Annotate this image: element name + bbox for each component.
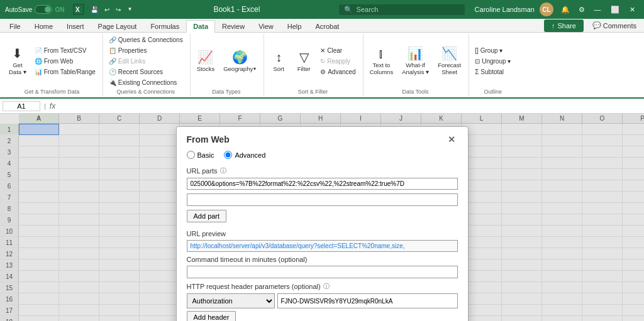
tab-formulas[interactable]: Formulas bbox=[143, 20, 186, 32]
filter-icon: ▽ bbox=[299, 51, 309, 63]
url-part2-input[interactable] bbox=[187, 193, 458, 206]
tab-help[interactable]: Help bbox=[280, 20, 309, 32]
save-button[interactable]: 💾 bbox=[88, 5, 101, 14]
url-parts-info-icon[interactable]: ⓘ bbox=[220, 166, 226, 175]
http-header-info-icon[interactable]: ⓘ bbox=[323, 282, 330, 291]
comments-button[interactable]: 💬 Comments bbox=[587, 19, 641, 32]
reapply-button[interactable]: ↻ Reapply bbox=[317, 57, 358, 66]
filter-button[interactable]: ▽ Filter bbox=[292, 44, 316, 79]
geography-button[interactable]: 🌍 Geography ▾ bbox=[219, 44, 260, 79]
name-box[interactable] bbox=[3, 101, 40, 111]
group-button[interactable]: [] Group ▾ bbox=[472, 46, 514, 55]
what-if-icon: 📊 bbox=[408, 47, 423, 60]
url-preview-input[interactable] bbox=[187, 240, 458, 252]
basic-radio[interactable] bbox=[187, 151, 195, 159]
subtotal-button[interactable]: Σ Subtotal bbox=[472, 67, 514, 77]
clear-label: Clear bbox=[327, 47, 342, 54]
text-to-columns-button[interactable]: ⫿ Text toColumns bbox=[366, 44, 397, 79]
undo-button[interactable]: ↩ bbox=[102, 5, 112, 14]
add-header-button[interactable]: Add header bbox=[187, 311, 236, 321]
tab-insert[interactable]: Insert bbox=[60, 20, 91, 32]
data-types-group-label: Data Types bbox=[193, 87, 260, 95]
dialog-title: From Web bbox=[187, 134, 230, 144]
recent-sources-button[interactable]: 🕐 Recent Sources bbox=[106, 67, 186, 77]
queries-connections-button[interactable]: 🔗 Queries & Connections bbox=[106, 35, 186, 45]
edit-links-button[interactable]: 🔗 Edit Links bbox=[106, 57, 186, 66]
from-web-dialog: From Web ✕ Basic Advanced bbox=[176, 126, 469, 321]
dialog-titlebar: From Web ✕ bbox=[177, 127, 468, 151]
stocks-label: Stocks bbox=[197, 65, 215, 72]
notifications-icon[interactable]: 🔔 bbox=[561, 6, 570, 14]
tab-view[interactable]: View bbox=[252, 20, 280, 32]
url-parts-text: URL parts bbox=[187, 167, 218, 175]
group-label: Group ▾ bbox=[480, 47, 503, 54]
get-data-icon: ⬇ bbox=[12, 47, 23, 60]
tab-home[interactable]: Home bbox=[28, 20, 60, 32]
add-header-label: Add header bbox=[194, 313, 230, 321]
customize-qat-button[interactable]: ▼ bbox=[125, 5, 135, 14]
from-web-button[interactable]: 🌐 From Web bbox=[31, 57, 99, 66]
sort-button[interactable]: ↕ Sort bbox=[267, 44, 291, 79]
get-data-button[interactable]: ⬇ GetData ▾ bbox=[5, 44, 30, 79]
timeout-input[interactable] bbox=[187, 266, 458, 278]
advanced-icon: ⚙ bbox=[320, 68, 326, 75]
ungroup-label: Ungroup ▾ bbox=[482, 58, 511, 65]
autosave-pill[interactable] bbox=[35, 5, 52, 14]
minimize-button[interactable]: — bbox=[591, 3, 604, 16]
tab-file[interactable]: File bbox=[3, 20, 28, 32]
queries-label: Queries & Connections bbox=[118, 36, 183, 43]
ungroup-button[interactable]: ⊡ Ungroup ▾ bbox=[472, 57, 514, 66]
search-container[interactable]: 🔍 bbox=[339, 4, 465, 15]
dialog-close-button[interactable]: ✕ bbox=[445, 133, 458, 146]
advanced-radio-option[interactable]: Advanced bbox=[224, 151, 265, 159]
add-part-button[interactable]: Add part bbox=[187, 210, 227, 222]
group-icon: [] bbox=[475, 47, 479, 54]
redo-button[interactable]: ↪ bbox=[113, 5, 123, 14]
maximize-button[interactable]: ⬜ bbox=[609, 3, 621, 16]
header-select[interactable]: Authorization Content-Type Accept Custom bbox=[187, 293, 275, 308]
formula-divider: | bbox=[44, 102, 46, 110]
geography-label-row: Geography ▾ bbox=[223, 65, 256, 72]
properties-button[interactable]: 📋 Properties bbox=[106, 46, 186, 55]
fx-button[interactable]: fx bbox=[50, 102, 55, 111]
text-columns-label: Text toColumns bbox=[370, 62, 394, 75]
from-text-csv-button[interactable]: 📄 From Text/CSV bbox=[31, 46, 99, 55]
basic-radio-option[interactable]: Basic bbox=[187, 151, 214, 159]
data-tools-label: Data Tools bbox=[366, 87, 465, 95]
existing-connections-button[interactable]: 🔌 Existing Connections bbox=[106, 78, 186, 87]
subtotal-label: Subtotal bbox=[480, 68, 504, 75]
app-window: AutoSave ON X 💾 ↩ ↪ ▼ Book1 - Excel bbox=[0, 0, 644, 321]
formula-input[interactable] bbox=[58, 102, 641, 110]
from-web-label: From Web bbox=[44, 58, 74, 65]
tab-data[interactable]: Data bbox=[186, 20, 215, 33]
tab-review[interactable]: Review bbox=[215, 20, 252, 32]
existing-label: Existing Connections bbox=[118, 79, 177, 86]
reapply-label: Reapply bbox=[327, 58, 350, 65]
what-if-button[interactable]: 📊 What-IfAnalysis ▾ bbox=[398, 44, 433, 79]
url-preview-text: URL preview bbox=[187, 230, 226, 237]
outline-label: Outline bbox=[472, 87, 514, 95]
data-types-content: 📈 Stocks 🌍 Geography ▾ bbox=[193, 35, 260, 87]
stocks-button[interactable]: 📈 Stocks bbox=[193, 44, 219, 79]
get-data-label: GetData ▾ bbox=[9, 62, 26, 75]
data-tools-content: ⫿ Text toColumns 📊 What-IfAnalysis ▾ 📉 F… bbox=[366, 35, 465, 87]
outline-content: [] Group ▾ ⊡ Ungroup ▾ Σ Subtotal bbox=[472, 35, 514, 87]
advanced-radio[interactable] bbox=[224, 151, 232, 159]
forecast-button[interactable]: 📉 ForecastSheet bbox=[434, 44, 465, 79]
search-input[interactable] bbox=[357, 6, 460, 13]
from-text-icon: 📄 bbox=[35, 47, 42, 54]
header-value-input[interactable] bbox=[277, 293, 458, 308]
tab-page-layout[interactable]: Page Layout bbox=[91, 20, 144, 32]
outline-col: [] Group ▾ ⊡ Ungroup ▾ Σ Subtotal bbox=[472, 46, 514, 77]
autosave-state: ON bbox=[55, 6, 64, 13]
clear-button[interactable]: ✕ Clear bbox=[317, 46, 358, 55]
ribbon-settings-icon[interactable]: ⚙ bbox=[579, 6, 585, 14]
queries-icon: 🔗 bbox=[109, 36, 116, 43]
url-part1-input[interactable] bbox=[187, 178, 458, 190]
search-icon: 🔍 bbox=[344, 6, 353, 14]
advanced-button[interactable]: ⚙ Advanced bbox=[317, 67, 358, 77]
tab-acrobat[interactable]: Acrobat bbox=[308, 20, 346, 32]
close-button[interactable]: ✕ bbox=[626, 3, 639, 16]
share-button[interactable]: ↑ Share bbox=[544, 19, 584, 32]
from-table-button[interactable]: 📊 From Table/Range bbox=[31, 67, 99, 77]
